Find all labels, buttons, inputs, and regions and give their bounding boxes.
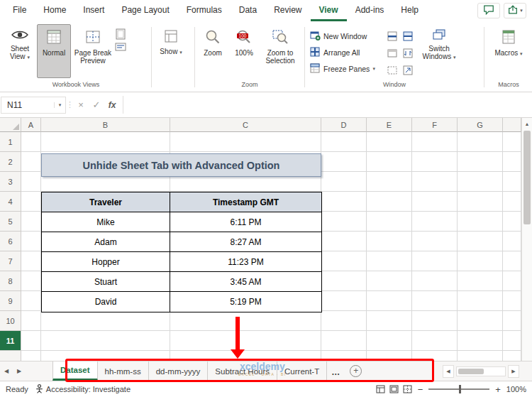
- cell-H4[interactable]: [503, 192, 521, 212]
- tab-formulas[interactable]: Formulas: [178, 0, 231, 21]
- cell-F8[interactable]: [412, 271, 458, 291]
- cell-G5[interactable]: [458, 212, 503, 232]
- horizontal-scroll-track[interactable]: [456, 366, 506, 376]
- more-sheets-indicator[interactable]: …: [327, 361, 344, 381]
- zoom-to-selection-button[interactable]: Zoom to Selection: [260, 24, 301, 78]
- zoom-level[interactable]: 100%: [506, 385, 526, 393]
- tab-file[interactable]: File: [4, 0, 35, 21]
- cell-F4[interactable]: [412, 192, 458, 212]
- comments-button[interactable]: [477, 3, 500, 18]
- tab-add-ins[interactable]: Add-ins: [347, 0, 393, 21]
- cell-H1[interactable]: [503, 132, 521, 152]
- zoom-out-button[interactable]: −: [418, 384, 423, 395]
- cell-F5[interactable]: [412, 212, 458, 232]
- tab-scroll-right-icon[interactable]: ▶: [13, 361, 26, 381]
- macros-button[interactable]: Macros ▾: [490, 24, 527, 78]
- cell-C1[interactable]: [170, 132, 321, 152]
- cell-E7[interactable]: [367, 251, 412, 271]
- freeze-panes-button[interactable]: Freeze Panes ▾: [307, 61, 381, 76]
- cell-D4[interactable]: [321, 192, 367, 212]
- cell-D10[interactable]: [321, 311, 367, 331]
- column-header-D[interactable]: D: [321, 118, 367, 132]
- cell-H11[interactable]: [503, 331, 521, 351]
- cell-A3[interactable]: [21, 172, 41, 192]
- row-header-10[interactable]: 10: [0, 311, 21, 331]
- horizontal-scrollbar[interactable]: ◀ ▶: [443, 361, 532, 381]
- cell-A2[interactable]: [21, 152, 41, 172]
- row-header-4[interactable]: 4: [0, 192, 21, 212]
- cell-G8[interactable]: [458, 271, 503, 291]
- reset-window-position-button[interactable]: [401, 62, 415, 78]
- cell-E1[interactable]: [367, 132, 412, 152]
- zoom-100-button[interactable]: 100 100%: [228, 24, 260, 78]
- cell-G7[interactable]: [458, 251, 503, 271]
- zoom-button[interactable]: Zoom: [197, 24, 228, 78]
- cancel-icon[interactable]: ×: [73, 99, 89, 110]
- cell-D11[interactable]: [321, 331, 367, 351]
- sheet-view-button[interactable]: Sheet View ▾: [3, 24, 37, 78]
- cell-B1[interactable]: [41, 132, 170, 152]
- column-header-E[interactable]: E: [367, 118, 412, 132]
- cell-B11[interactable]: [41, 331, 170, 351]
- show-button[interactable]: Show ▾: [154, 24, 188, 78]
- cell-A4[interactable]: [21, 192, 41, 212]
- cell-E8[interactable]: [367, 271, 412, 291]
- cell-F9[interactable]: [412, 291, 458, 311]
- cell-A11[interactable]: [21, 331, 41, 351]
- cell-E6[interactable]: [367, 232, 412, 251]
- normal-view-button[interactable]: Normal: [37, 24, 71, 78]
- sheet-tab-dd-mm-yyyy[interactable]: dd-mm-yyyy: [149, 361, 209, 381]
- scroll-left-icon[interactable]: ◀: [443, 365, 454, 378]
- cell-H3[interactable]: [503, 172, 521, 192]
- cell-A6[interactable]: [21, 232, 41, 251]
- cell-F6[interactable]: [412, 232, 458, 251]
- cell-D3[interactable]: [321, 172, 367, 192]
- new-sheet-button[interactable]: +: [350, 365, 362, 377]
- cell-D5[interactable]: [321, 212, 367, 232]
- cell-G6[interactable]: [458, 232, 503, 251]
- cell-G[interactable]: [458, 351, 503, 361]
- arrange-all-button[interactable]: Arrange All: [307, 45, 381, 60]
- tab-scroll-left-icon[interactable]: ◀: [0, 361, 13, 381]
- column-header-F[interactable]: F: [412, 118, 458, 132]
- column-header-A[interactable]: A: [21, 118, 41, 132]
- sheet-tab-hh-mm-ss[interactable]: hh-mm-ss: [98, 361, 149, 381]
- page-break-preview-button[interactable]: Page Break Preview: [71, 24, 115, 78]
- name-box[interactable]: N11 ▾: [1, 97, 66, 114]
- synchronous-scrolling-button[interactable]: [401, 45, 415, 61]
- cell-G11[interactable]: [458, 331, 503, 351]
- select-all-corner[interactable]: [0, 118, 21, 132]
- cell-G9[interactable]: [458, 291, 503, 311]
- cell-C11[interactable]: [170, 331, 321, 351]
- sheet-tab-dataset[interactable]: Dataset: [52, 361, 98, 381]
- tab-view[interactable]: View: [311, 0, 347, 21]
- vertical-scroll-thumb[interactable]: [523, 131, 531, 224]
- cell-F[interactable]: [412, 351, 458, 361]
- cell-G3[interactable]: [458, 172, 503, 192]
- cell-H10[interactable]: [503, 311, 521, 331]
- cell-G10[interactable]: [458, 311, 503, 331]
- cell-C[interactable]: [170, 351, 321, 361]
- cell-F1[interactable]: [412, 132, 458, 152]
- cell-G2[interactable]: [458, 152, 503, 172]
- tab-home[interactable]: Home: [35, 0, 74, 21]
- cell-C10[interactable]: [170, 311, 321, 331]
- cell-H2[interactable]: [503, 152, 521, 172]
- cell-D9[interactable]: [321, 291, 367, 311]
- zoom-slider[interactable]: [428, 388, 489, 390]
- column-header-C[interactable]: C: [170, 118, 321, 132]
- row-header-5[interactable]: 5: [0, 212, 21, 232]
- vertical-scrollbar[interactable]: ▲: [521, 118, 532, 361]
- row-header-2[interactable]: 2: [0, 152, 21, 172]
- row-header-6[interactable]: 6: [0, 232, 21, 251]
- row-header-8[interactable]: 8: [0, 271, 21, 291]
- row-header-1[interactable]: 1: [0, 132, 21, 152]
- normal-view-status-button[interactable]: [376, 385, 385, 393]
- enter-icon[interactable]: ✓: [89, 99, 104, 110]
- cell-H7[interactable]: [503, 251, 521, 271]
- row-header-7[interactable]: 7: [0, 251, 21, 271]
- cell-F3[interactable]: [412, 172, 458, 192]
- cell-H8[interactable]: [503, 271, 521, 291]
- switch-windows-button[interactable]: Switch Windows ▾: [419, 24, 459, 78]
- horizontal-scroll-thumb[interactable]: [458, 369, 484, 374]
